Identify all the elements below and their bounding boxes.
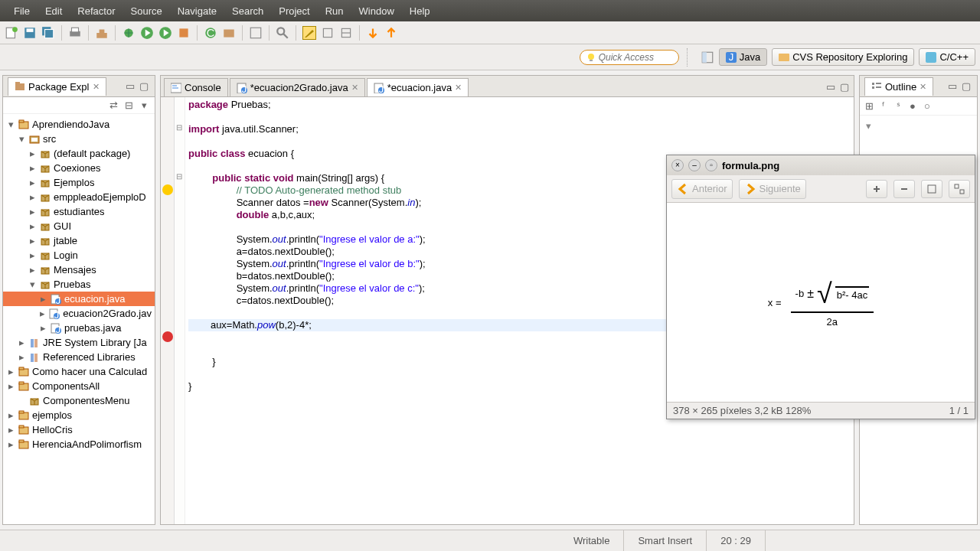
menu-navigate[interactable]: Navigate [170,5,224,17]
perspective-cvs[interactable]: CVS Repository Exploring [772,48,914,66]
open-type-icon[interactable] [249,26,263,40]
tree-item[interactable]: ▸JRE System Library [Ja [3,335,155,350]
new-package-icon[interactable] [222,26,236,40]
menu-run[interactable]: Run [318,5,351,17]
tree-item[interactable]: ▾AprendiendoJava [3,117,155,132]
close-icon[interactable]: ✕ [351,83,358,93]
quick-access-box[interactable] [580,50,679,65]
tree-item[interactable]: ▸jtable [3,233,155,248]
collapse-all-icon[interactable]: ⊟ [122,99,135,112]
minimize-icon[interactable]: ▭ [124,80,136,93]
tree-item[interactable]: ▸Login [3,248,155,262]
window-close-icon[interactable]: × [671,159,684,171]
tree-item[interactable]: ▸ComponentsAll [3,379,155,393]
maximize-icon[interactable]: ▢ [138,80,150,93]
save-all-icon[interactable] [41,26,55,40]
svg-rect-56 [31,354,34,362]
menu-window[interactable]: Window [351,5,402,17]
close-icon[interactable]: ✕ [455,83,462,93]
fold-toggle-icon[interactable]: ⊟ [176,172,182,181]
menu-refactor[interactable]: Refactor [70,5,122,17]
run-icon[interactable] [140,26,154,40]
save-icon[interactable] [23,26,37,40]
maximize-icon[interactable]: ▢ [960,80,972,93]
tree-item[interactable]: ▸Jecuacion.java [3,292,155,306]
build-icon[interactable] [95,26,109,40]
filter-static-icon[interactable]: ˢ [892,100,904,112]
search-icon[interactable] [276,26,289,40]
next-ann-icon[interactable] [366,26,380,40]
next-image-button[interactable]: Siguiente [739,179,806,199]
outline-tab[interactable]: Outline ✕ [864,77,933,96]
new-class-icon[interactable]: C [204,26,217,40]
view-menu-icon[interactable]: ▾ [138,99,150,112]
image-canvas[interactable]: x = -b± √b²- 4ac 2a [667,203,975,402]
zoom-fit-button[interactable] [921,180,942,198]
link-editor-icon[interactable]: ⇄ [107,99,119,112]
package-explorer-tab[interactable]: Package Expl ✕ [8,77,106,96]
fold-toggle-icon[interactable]: ⊟ [176,123,182,132]
filter-fields-icon[interactable]: ᶠ [877,100,890,112]
tree-item[interactable]: ▸Mensajes [3,262,155,277]
tree-item[interactable]: ▸Ejemplos [3,175,155,190]
tab-console[interactable]: Console [164,78,228,96]
java-file-icon: J [237,83,247,93]
tree-item[interactable]: ▾src [3,132,155,146]
perspective-java[interactable]: J Java [719,48,767,66]
warning-marker[interactable] [162,184,173,195]
ext-tools-icon[interactable] [177,26,191,40]
debug-icon[interactable] [122,26,136,40]
sort-icon[interactable]: ⊞ [863,100,875,112]
fullscreen-button[interactable] [949,180,970,198]
menu-search[interactable]: Search [224,5,271,17]
run-last-icon[interactable] [158,26,172,40]
tree-item[interactable]: ▸HerenciaAndPolimorfism [3,437,155,452]
tree-item[interactable]: ▸HelloCris [3,422,155,437]
tree-item[interactable]: ▸Jecuacion2Grado.jav [3,306,155,321]
prev-image-button[interactable]: Anterior [671,179,733,199]
close-icon[interactable]: ✕ [93,82,100,92]
filter-public-icon[interactable]: ● [906,100,919,112]
window-minimize-icon[interactable]: – [688,159,701,171]
maximize-icon[interactable]: ▢ [838,81,851,93]
tree-item[interactable]: ▸Referenced Libraries [3,350,155,364]
zoom-out-button[interactable] [893,180,915,198]
error-marker[interactable] [162,331,173,342]
tab-ecuacion2grado[interactable]: J *ecuacion2Grado.java ✕ [230,78,365,96]
tree-item[interactable]: ▸Coexiones [3,161,155,175]
tree-item[interactable]: ▸ejemplos [3,408,155,422]
close-icon[interactable]: ✕ [920,82,926,92]
tree-item[interactable]: ▸Como hacer una Calculad [3,364,155,379]
tree-item[interactable]: ▸Jpruebas.java [3,321,155,335]
tree-item[interactable]: ▸emppleadoEjemploD [3,190,155,204]
toggle-mark-icon[interactable] [302,26,316,40]
toggle-ws-icon[interactable] [339,26,353,40]
menu-project[interactable]: Project [271,5,317,17]
outline-expand-icon[interactable]: ▾ [863,119,974,133]
zoom-in-button[interactable] [866,180,887,198]
open-perspective-icon[interactable] [701,51,714,64]
window-maximize-icon[interactable]: ▫ [705,159,717,171]
perspective-cpp[interactable]: C/C++ [919,48,975,66]
tab-ecuacion[interactable]: J *ecuacion.java ✕ [367,78,469,96]
tree-item[interactable]: ▸estudiantes [3,204,155,219]
toggle-block-icon[interactable] [321,26,335,40]
tree-item[interactable]: ▸GUI [3,219,155,233]
tree-item[interactable]: ▸(default package) [3,146,155,161]
new-icon[interactable] [5,26,18,40]
filter-local-icon[interactable]: ○ [921,100,933,112]
prev-ann-icon[interactable] [384,26,398,40]
tree-item[interactable]: ▾Pruebas [3,277,155,292]
menu-file[interactable]: File [6,5,38,17]
minimize-icon[interactable]: ▭ [946,80,959,93]
package-tree[interactable]: ▾AprendiendoJava▾src▸(default package)▸C… [3,114,155,524]
menu-edit[interactable]: Edit [38,5,70,17]
main-menubar: File Edit Refactor Source Navigate Searc… [0,0,980,21]
print-icon[interactable] [68,26,82,40]
minimize-icon[interactable]: ▭ [825,81,837,93]
quick-access-input[interactable] [599,52,672,63]
image-viewer-titlebar[interactable]: × – ▫ formula.png [667,155,975,175]
menu-help[interactable]: Help [402,5,438,17]
menu-source[interactable]: Source [123,5,170,17]
tree-item[interactable]: ComponentesMenu [3,393,155,408]
